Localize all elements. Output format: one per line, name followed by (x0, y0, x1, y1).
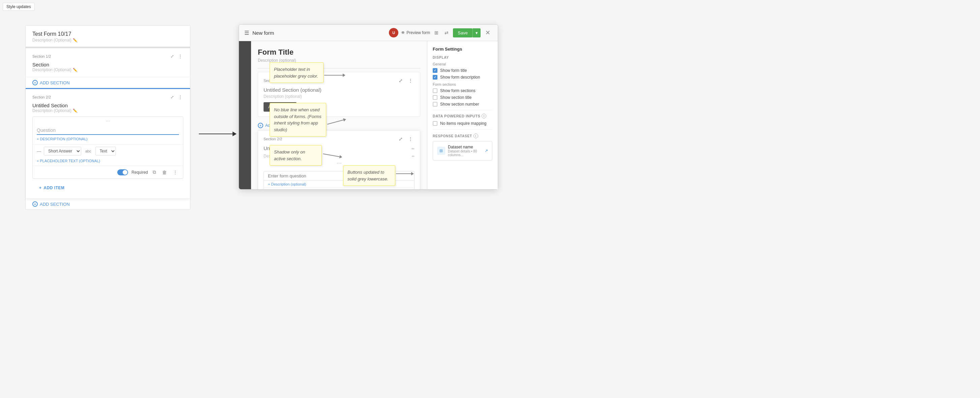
delete-btn[interactable]: 🗑 (161, 169, 168, 176)
add-item-row[interactable]: + ADD ITEM (32, 182, 183, 193)
section-2-actions: ⤢ ⋮ (170, 94, 183, 101)
section-2-more-btn[interactable]: ⋮ (177, 94, 183, 101)
section-2-desc-placeholder: Description (Optional) (32, 108, 72, 113)
no-mapping-label: No items require mapping (440, 121, 486, 126)
section-2-block: Section 2/2 ⤢ ⋮ Untitled Section Descrip… (25, 88, 190, 199)
arrow-line (199, 134, 232, 134)
modal-section-1-desc-text: Description (optional) (264, 94, 302, 99)
data-powered-info-icon[interactable]: i (482, 113, 486, 118)
add-item-plus: + (39, 185, 42, 190)
show-form-title-checkbox[interactable] (433, 68, 438, 73)
preview-btn[interactable]: 👁 Preview form (401, 30, 430, 35)
note-arrow-4-line (396, 173, 411, 174)
show-form-title-label: Show form title (440, 68, 467, 73)
preview-label: Preview form (406, 30, 430, 35)
modal-section-1-more-btn[interactable]: ⋮ (406, 77, 415, 84)
section-2-desc: Description (Optional) ✏️ (32, 108, 183, 113)
display-label: DISPLAY (433, 56, 492, 59)
show-form-sections-checkbox[interactable] (433, 88, 438, 93)
sticky-note-2: No blue line when used outside of forms.… (270, 103, 326, 137)
modal-section-2-desc-edit-icon[interactable]: ✏ (412, 155, 415, 158)
note-arrow-3-head (339, 155, 343, 159)
eye-icon: 👁 (401, 30, 405, 35)
settings-divider-2 (433, 129, 492, 129)
form-desc-edit-icon[interactable]: ✏️ (73, 38, 78, 43)
note-arrow-1 (324, 74, 345, 77)
user-avatar: U (389, 28, 398, 37)
section-1-header: Section 1/2 ⤢ ⋮ (32, 53, 183, 60)
more-btn[interactable]: ⋮ (172, 169, 179, 176)
modal-right-settings-panel: Form Settings DISPLAY General Show form … (427, 41, 498, 189)
section-1-expand-btn[interactable]: ⤢ (170, 53, 175, 59)
dataset-details: Dataset details • 80 columns... (448, 149, 482, 157)
section-2-header: Section 2/2 ⤢ ⋮ (32, 94, 183, 101)
placeholder-optional-link[interactable]: + PLACEHOLDER TEXT (OPTIONAL) (33, 158, 183, 166)
question-input-wrapper: + DESCRIPTION (OPTIONAL) (33, 124, 183, 144)
section-2-number: Section 2/2 (32, 95, 51, 99)
section-1-more-btn[interactable]: ⋮ (177, 53, 183, 60)
show-section-title-checkbox[interactable] (433, 95, 438, 100)
desc-optional-link[interactable]: + DESCRIPTION (OPTIONAL) (37, 137, 179, 141)
dataset-info: Dataset name Dataset details • 80 column… (448, 145, 482, 157)
settings-divider (433, 110, 492, 110)
modal-section-1-title-input[interactable] (264, 87, 415, 93)
modal-form-title-area: Form Title Description (optional) (258, 48, 420, 63)
copy-btn[interactable]: ⧉ (151, 169, 158, 176)
save-btn[interactable]: Save (453, 28, 473, 37)
add-section-plus-icon-1: + (32, 80, 38, 85)
section-2-expand-btn[interactable]: ⤢ (170, 94, 175, 100)
response-dataset-section: RESPONSE DATASET i ⊞ Dataset name Datase… (433, 134, 492, 161)
show-form-desc-label: Show form description (440, 75, 480, 80)
modal-sidebar (239, 41, 251, 189)
required-toggle[interactable] (117, 169, 128, 176)
note-arrow-1-head (343, 74, 345, 77)
arrow-head (232, 131, 237, 136)
field-format-select[interactable]: Text (95, 147, 116, 155)
grid-view-btn[interactable]: ⊞ (433, 29, 440, 37)
response-dataset-label: RESPONSE DATASET (433, 134, 472, 138)
close-btn[interactable]: ✕ (483, 28, 492, 37)
show-section-title-label: Show section title (440, 95, 471, 100)
save-dropdown-btn[interactable]: ▾ (473, 28, 480, 37)
form-title-text: Test Form 10/17 (32, 31, 183, 37)
response-dataset-info-icon[interactable]: i (474, 134, 478, 138)
modal-section-1-desc: Description (optional) (264, 94, 415, 99)
field-type-row: — Short Answer abc Text (33, 144, 183, 158)
modal-add-section-plus-1: + (258, 123, 263, 128)
section-1-desc-placeholder: Description (Optional) (32, 67, 72, 72)
show-form-desc-checkbox[interactable] (433, 75, 438, 80)
add-section-row-1[interactable]: + ADD SECTION (25, 77, 190, 88)
add-section-row-2[interactable]: + ADD SECTION (25, 199, 190, 209)
dataset-name: Dataset name (448, 145, 482, 149)
no-mapping-checkbox[interactable] (433, 121, 438, 126)
desc-optional-label: + DESCRIPTION (OPTIONAL) (37, 137, 88, 141)
settings-title: Form Settings (433, 46, 492, 51)
dataset-link-icon[interactable]: ↗ (485, 149, 488, 153)
question-input[interactable] (37, 126, 179, 135)
hamburger-icon[interactable]: ☰ (244, 30, 249, 36)
modal-section-2-more-btn[interactable]: ⋮ (406, 135, 415, 143)
modal-section-1-actions: ⤢ ⋮ (397, 77, 415, 84)
general-label: General (433, 62, 492, 66)
show-section-number-checkbox[interactable] (433, 102, 438, 107)
add-section-plus-icon-2: + (32, 201, 38, 207)
style-updates-tooltip: Style updates (3, 3, 35, 11)
modal-form-title: Form Title (258, 48, 420, 57)
refresh-btn[interactable]: ⇄ (443, 29, 450, 37)
question-footer: Required ⧉ 🗑 ⋮ (33, 166, 183, 178)
show-form-desc-row: Show form description (433, 75, 492, 80)
sticky-note-2-text: No blue line when used outside of forms.… (274, 107, 321, 132)
add-item-label: ADD ITEM (44, 185, 65, 190)
section-1-edit-icon[interactable]: ✏️ (73, 68, 78, 72)
show-section-number-label: Show section number (440, 102, 479, 107)
data-powered-row: DATA POWERED INPUTS i (433, 113, 492, 118)
field-type-select[interactable]: Short Answer (44, 147, 81, 155)
modal-section-2-expand-btn[interactable]: ⤢ (397, 135, 404, 143)
modal-section-1-expand-btn[interactable]: ⤢ (397, 77, 404, 84)
section-2-edit-icon[interactable]: ✏️ (73, 109, 78, 113)
modal-section-2-edit-icon[interactable]: ✏ (412, 147, 415, 151)
add-section-label-2: ADD SECTION (40, 202, 70, 207)
required-label: Required (131, 170, 148, 175)
section-1-number: Section 1/2 (32, 54, 51, 58)
note-arrow-4 (396, 172, 414, 176)
